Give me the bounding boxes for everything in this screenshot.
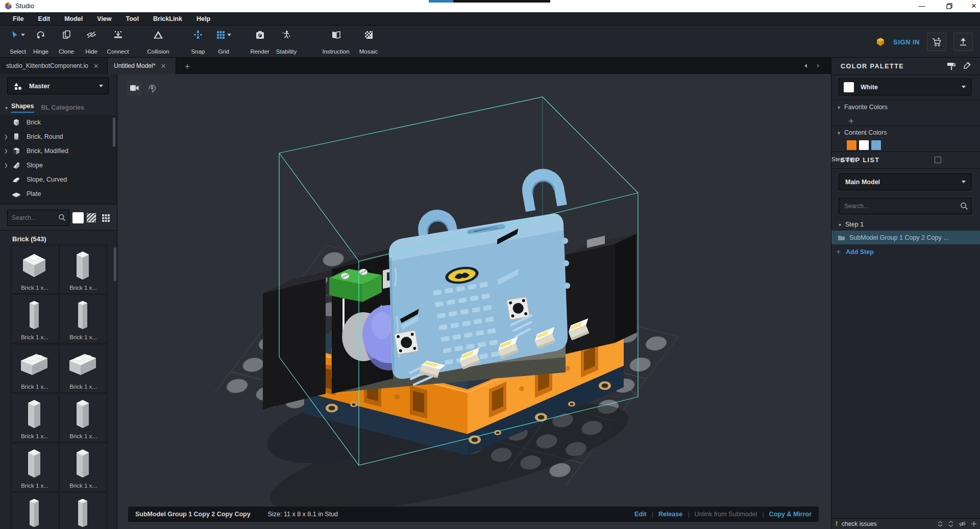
menu-file[interactable]: File (6, 13, 31, 24)
hide-tool-button[interactable]: Hide (81, 29, 102, 55)
edit-link[interactable]: Edit (634, 511, 647, 518)
minimize-button[interactable]: — (912, 0, 932, 12)
content-color-swatches (847, 140, 881, 150)
part-item[interactable]: Brick 1 x... (11, 393, 59, 442)
mosaic-tool-button[interactable]: Mosaic (356, 29, 381, 55)
selection-name: SubModel Group 1 Copy 2 Copy Copy (135, 511, 251, 518)
tab-untitled-model[interactable]: Untitled Model*✕ (108, 58, 176, 74)
step-view-label: Step view (831, 156, 980, 162)
menu-edit[interactable]: Edit (32, 13, 57, 24)
clone-icon (62, 30, 71, 39)
add-icon[interactable] (971, 521, 977, 527)
favorite-colors-section[interactable]: ▾ Favorite Colors (838, 104, 888, 111)
eyedropper-icon[interactable] (963, 62, 971, 70)
release-link[interactable]: Release (658, 511, 682, 518)
title-bar: Studio — ✕ (0, 0, 980, 12)
part-item[interactable]: Brick 1 x... (11, 245, 59, 294)
expand-icon[interactable]: ❯ (4, 134, 9, 139)
stability-tool-button[interactable]: Stability (273, 29, 300, 55)
step-1-row[interactable]: ▾ Step 1 (831, 218, 980, 231)
grid-view-button[interactable] (100, 212, 111, 223)
copy-mirror-link[interactable]: Copy & Mirror (769, 511, 812, 518)
content-color-orange[interactable] (847, 140, 856, 150)
model-selector-dropdown[interactable]: Master (7, 78, 109, 94)
close-icon[interactable]: ✕ (160, 62, 166, 70)
collision-tool-button[interactable]: Collision (144, 29, 173, 55)
expand-icon[interactable]: ❯ (4, 163, 9, 168)
part-item[interactable]: Brick 1 x... (59, 393, 107, 442)
submodel-list-item[interactable]: SubModel Group 1 Copy 2 Copy ... (831, 231, 980, 244)
tab-scroll-right-button[interactable] (813, 61, 824, 71)
select-tool-button[interactable]: Select (3, 29, 33, 55)
sign-in-button[interactable]: SIGN IN (893, 38, 920, 46)
scrollbar-thumb[interactable] (114, 247, 116, 281)
category-slope[interactable]: ❯ Slope (0, 158, 117, 172)
menu-bricklink[interactable]: BrickLink (146, 13, 189, 24)
camera-view-button[interactable] (127, 81, 142, 95)
add-favorite-color-button[interactable]: ＋ (847, 115, 855, 127)
3d-scene[interactable] (117, 74, 831, 529)
step-search-input[interactable] (839, 198, 971, 214)
hinge-tool-button[interactable]: Hinge (31, 29, 51, 55)
tab-bl-categories[interactable]: BL Categories (41, 104, 85, 111)
instruction-tool-button[interactable]: Instruction (319, 29, 353, 55)
close-icon[interactable]: ✕ (93, 62, 99, 70)
content-color-blue[interactable] (871, 140, 881, 150)
hide-eye-icon (86, 30, 96, 39)
category-brick[interactable]: Brick (0, 115, 117, 130)
cart-button[interactable] (927, 33, 946, 51)
part-item[interactable]: Brick 1 x... (59, 443, 107, 492)
color-selector-dropdown[interactable]: White (839, 79, 971, 95)
expand-icon[interactable] (948, 521, 954, 527)
part-item[interactable]: Brick 1 x... (59, 294, 107, 343)
window-title: Studio (15, 2, 34, 10)
tab-shapes[interactable]: Shapes (11, 103, 34, 113)
add-step-button[interactable]: ＋ Add Step (835, 247, 874, 257)
part-item[interactable]: Brick 1 x... (11, 294, 59, 343)
content-colors-section[interactable]: ▾ Content Colors (838, 129, 887, 136)
hide-issues-eye-icon[interactable] (959, 521, 966, 527)
chevron-down-icon: ▾ (838, 105, 840, 110)
grid-icon (216, 31, 225, 39)
brick-modified-icon (10, 146, 22, 156)
part-item[interactable] (11, 492, 59, 529)
menu-view[interactable]: View (90, 13, 118, 24)
part-item[interactable]: Brick 1 x... (11, 443, 59, 492)
content-color-white[interactable] (859, 140, 869, 150)
part-item[interactable]: Brick 1 x... (11, 344, 59, 393)
check-issues-bar[interactable]: ! check issues (831, 518, 980, 529)
rotation-lock-button[interactable] (144, 81, 159, 95)
part-item[interactable] (59, 492, 107, 529)
menu-help[interactable]: Help (190, 13, 217, 24)
restore-button[interactable] (939, 0, 960, 12)
menu-model[interactable]: Model (58, 13, 89, 24)
category-slope-curved[interactable]: Slope, Curved (0, 172, 117, 187)
category-brick-modified[interactable]: ❯ Brick, Modified (0, 144, 117, 158)
part-item[interactable]: Brick 1 x... (59, 344, 107, 393)
expand-icon[interactable]: ❯ (4, 148, 9, 154)
part-item[interactable]: Brick 1 x... (59, 245, 107, 294)
grid-tool-button[interactable]: Grid (210, 29, 237, 55)
pattern-color-button[interactable] (86, 212, 97, 223)
select-arrow-icon (11, 31, 19, 39)
render-tool-button[interactable]: Render (248, 29, 272, 55)
new-tab-button[interactable]: ＋ (180, 58, 195, 74)
upload-button[interactable] (953, 33, 973, 51)
collapse-icon[interactable] (937, 521, 943, 527)
scrollbar-thumb[interactable] (113, 117, 115, 147)
category-plate[interactable]: Plate (0, 187, 117, 201)
tab-scroll-left-button[interactable] (800, 61, 812, 71)
close-button[interactable]: ✕ (964, 0, 980, 12)
menu-tool[interactable]: Tool (119, 13, 145, 24)
chevron-down-icon (962, 181, 966, 183)
collision-warning-icon (153, 30, 163, 39)
snap-tool-button[interactable]: Snap (188, 29, 208, 55)
clone-tool-button[interactable]: Clone (56, 29, 77, 55)
paint-roller-icon[interactable] (947, 62, 955, 70)
category-brick-round[interactable]: ❯ Brick, Round (0, 130, 117, 144)
3d-viewport[interactable]: SubModel Group 1 Copy 2 Copy Copy Size: … (117, 74, 831, 529)
connect-tool-button[interactable]: Connect (105, 29, 131, 55)
step-model-selector-dropdown[interactable]: Main Model (839, 173, 971, 190)
current-color-swatch-button[interactable] (72, 212, 84, 223)
tab-kittenbot-component[interactable]: studio_KittenbotComponent.io✕ (0, 58, 108, 74)
